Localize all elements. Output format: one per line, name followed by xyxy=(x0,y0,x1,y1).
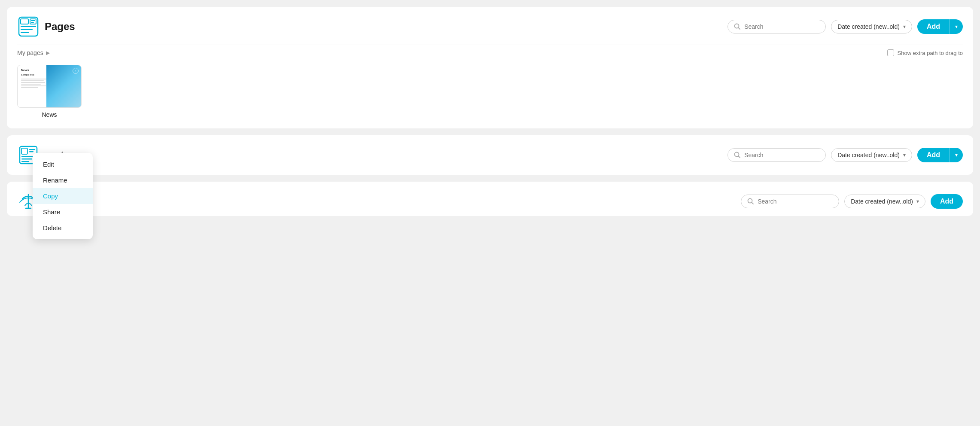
channels-sort-dropdown[interactable]: Date created (new..old) ▾ xyxy=(844,195,925,208)
thumb-image-block xyxy=(46,65,81,107)
pages-header: Pages Date created (new..old) ▾ Add ▾ xyxy=(17,15,963,38)
svg-rect-11 xyxy=(21,148,27,154)
svg-rect-7 xyxy=(31,22,34,23)
thumb-line xyxy=(21,79,46,79)
posts-header: …sts Date created (new..old) ▾ Add ▾ xyxy=(17,144,963,166)
svg-rect-15 xyxy=(21,158,32,160)
chevron-down-icon: ▾ xyxy=(903,152,906,158)
nav-arrow-icon: ▶ xyxy=(46,50,50,56)
context-menu: Edit Rename Copy Share Delete xyxy=(33,153,93,239)
svg-rect-6 xyxy=(31,20,35,21)
svg-line-22 xyxy=(752,203,754,204)
posts-add-button-group: Add ▾ xyxy=(917,148,963,162)
context-menu-item-rename[interactable]: Rename xyxy=(33,172,93,188)
thumb-line xyxy=(21,84,41,85)
thumb-line xyxy=(21,87,38,88)
svg-rect-4 xyxy=(21,32,29,33)
page-item-news[interactable]: News Sample title xyxy=(17,65,82,118)
search-icon xyxy=(734,152,741,158)
svg-line-18 xyxy=(739,156,740,158)
thumb-text-block: News Sample title xyxy=(21,69,49,104)
svg-rect-16 xyxy=(21,161,29,162)
svg-rect-3 xyxy=(21,29,33,30)
page-item-label: News xyxy=(42,111,57,118)
nav-bar-left: My pages ▶ xyxy=(17,49,50,56)
context-menu-item-copy[interactable]: Copy xyxy=(33,188,93,204)
channels-section: Channels Date created (new..old) ▾ Add xyxy=(7,182,973,216)
svg-rect-5 xyxy=(30,19,36,24)
context-menu-item-edit[interactable]: Edit xyxy=(33,156,93,172)
search-icon xyxy=(747,198,754,205)
thumb-lines xyxy=(21,79,49,88)
channels-add-button-group: Add xyxy=(931,194,963,209)
channels-header: Channels Date created (new..old) ▾ Add xyxy=(17,190,963,213)
search-icon xyxy=(734,23,741,30)
posts-section: …sts Date created (new..old) ▾ Add ▾ xyxy=(7,135,973,175)
svg-rect-1 xyxy=(21,19,28,24)
show-extra-path-label: Show extra path to drag to xyxy=(898,50,963,56)
pages-sort-dropdown[interactable]: Date created (new..old) ▾ xyxy=(831,20,912,33)
posts-search-input[interactable] xyxy=(744,152,819,158)
thumb-line xyxy=(21,85,46,86)
posts-add-dropdown-button[interactable]: ▾ xyxy=(950,148,963,162)
channels-search-box[interactable] xyxy=(741,195,839,208)
channels-add-button[interactable]: Add xyxy=(931,194,963,209)
svg-line-9 xyxy=(739,28,740,30)
page-thumbnail-news: News Sample title xyxy=(17,65,82,108)
thumb-line xyxy=(21,80,44,81)
pages-header-right: Date created (new..old) ▾ Add ▾ xyxy=(727,19,963,34)
pages-header-left: Pages xyxy=(17,15,75,38)
svg-rect-12 xyxy=(29,149,35,150)
pages-title: Pages xyxy=(45,21,75,33)
posts-sort-label: Date created (new..old) xyxy=(837,152,900,158)
svg-rect-2 xyxy=(21,26,36,27)
pages-search-input[interactable] xyxy=(744,23,819,30)
pages-add-button[interactable]: Add xyxy=(917,19,950,34)
pages-grid: News Sample title xyxy=(17,65,963,118)
channels-sort-label: Date created (new..old) xyxy=(851,198,913,205)
pages-search-box[interactable] xyxy=(727,20,826,33)
my-pages-link[interactable]: My pages xyxy=(17,49,43,56)
thumb-circle-icon xyxy=(73,68,79,74)
svg-rect-13 xyxy=(29,151,33,152)
pages-add-button-group: Add ▾ xyxy=(917,19,963,34)
thumb-subtitle: Sample title xyxy=(21,73,49,76)
posts-sort-dropdown[interactable]: Date created (new..old) ▾ xyxy=(831,148,912,162)
nav-bar-right: Show extra path to drag to xyxy=(887,49,963,56)
context-menu-item-delete[interactable]: Delete xyxy=(33,220,93,236)
pages-section: Pages Date created (new..old) ▾ Add ▾ My xyxy=(7,7,973,128)
sort-label: Date created (new..old) xyxy=(837,23,900,30)
posts-add-button[interactable]: Add xyxy=(917,148,950,162)
channels-header-right: Date created (new..old) ▾ Add xyxy=(741,194,963,209)
context-menu-item-share[interactable]: Share xyxy=(33,204,93,220)
channels-search-input[interactable] xyxy=(758,198,833,205)
chevron-down-icon: ▾ xyxy=(916,198,919,204)
posts-header-right: Date created (new..old) ▾ Add ▾ xyxy=(727,148,963,162)
pages-icon xyxy=(17,15,40,38)
thumb-inner: News Sample title xyxy=(18,65,81,107)
pages-nav-bar: My pages ▶ Show extra path to drag to xyxy=(17,45,963,56)
posts-search-box[interactable] xyxy=(727,148,826,162)
thumb-line xyxy=(21,82,45,83)
show-extra-path-checkbox[interactable] xyxy=(887,49,894,56)
thumb-news-label: News xyxy=(21,69,49,72)
pages-add-dropdown-button[interactable]: ▾ xyxy=(950,19,963,34)
chevron-down-icon: ▾ xyxy=(903,24,906,30)
